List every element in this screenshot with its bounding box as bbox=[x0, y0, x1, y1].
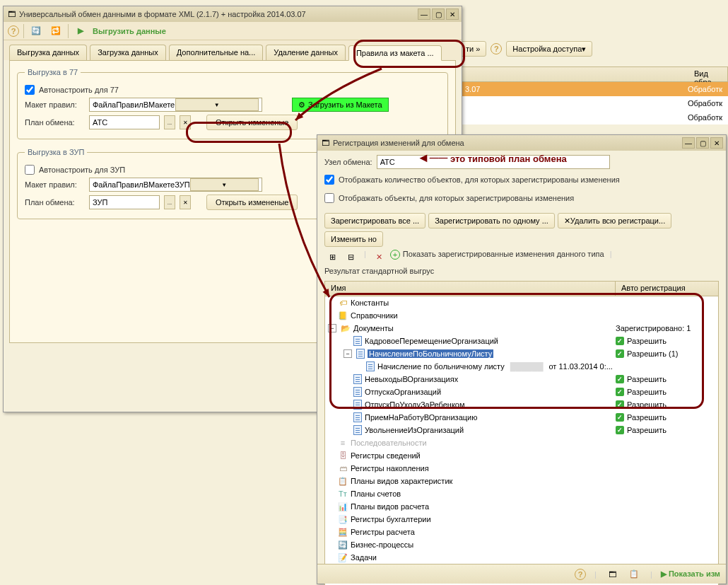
w1-tabs: Выгрузка данных Загрузка данных Дополнит… bbox=[4, 40, 462, 60]
planzup-label: План обмена: bbox=[25, 198, 85, 207]
bg-btn-access[interactable]: Настройка доступа ▾ bbox=[506, 41, 592, 57]
plan-icon: 📊 bbox=[338, 502, 348, 511]
icon-2[interactable]: 📋 bbox=[626, 567, 642, 581]
show-changes-link[interactable]: ▶ Показать изм bbox=[661, 569, 720, 579]
auto-zup-checkbox[interactable] bbox=[25, 165, 35, 175]
refresh-icon[interactable]: 🔄 bbox=[28, 24, 44, 38]
help-icon[interactable]: ? bbox=[8, 25, 19, 37]
doc-icon bbox=[356, 349, 365, 359]
open-changes-77-button[interactable]: Открыть измененые bbox=[206, 115, 298, 130]
planzup-input[interactable] bbox=[89, 195, 160, 209]
col-name[interactable]: Имя bbox=[325, 282, 616, 296]
change-button[interactable]: Изменить но bbox=[324, 231, 383, 247]
bg-btn-ti[interactable]: ти » bbox=[459, 41, 486, 57]
tab-rules[interactable]: Правила из макета ... bbox=[348, 45, 442, 61]
result-link[interactable]: Результат стандартной выгрус bbox=[324, 267, 434, 275]
refresh2-icon[interactable]: 🔁 bbox=[48, 24, 64, 38]
tree-d2: −НачислениеПоБольничномуЛисту✓Разрешить … bbox=[325, 347, 718, 360]
add-icon[interactable]: + bbox=[390, 250, 400, 260]
node-label: Узел обмена: bbox=[324, 158, 372, 166]
tree-docs: −📂ДокументыЗарегистрировано: 1 bbox=[325, 322, 718, 335]
expand-icon[interactable]: ⊞ bbox=[324, 250, 340, 264]
show-obj-checkbox[interactable] bbox=[324, 193, 334, 203]
w1-toolbar: ? 🔄 🔁 ▶ Выгрузить данные bbox=[4, 22, 462, 40]
tree-sprav: 📒Справочники bbox=[325, 309, 718, 322]
maximize-button[interactable]: ▢ bbox=[696, 137, 709, 149]
maximize-button[interactable]: ▢ bbox=[432, 8, 445, 20]
del-all-button[interactable]: ✕ Удалить всю регистраци... bbox=[558, 213, 671, 228]
check-icon: ✓ bbox=[616, 413, 624, 422]
collapse-icon[interactable]: ⊟ bbox=[343, 250, 358, 264]
tree-d5: ОтпускПоУходуЗаРебенком✓Разрешить bbox=[325, 398, 718, 411]
play-icon[interactable]: ▶ bbox=[73, 24, 88, 38]
reg-one-button[interactable]: Зарегистрировать по одному ... bbox=[428, 213, 555, 228]
load-maket-button[interactable]: ⚙ Загрузить из Макета bbox=[292, 98, 389, 112]
fieldset-77: Выгрузка в 77 Автонастроить для 77 Макет… bbox=[17, 68, 448, 139]
bg-list: 3.07Обработк Обработк Обработк bbox=[459, 82, 728, 124]
show-reg-link[interactable]: Показать зарегистрированные изменения да… bbox=[403, 250, 604, 264]
help-icon[interactable]: ? bbox=[575, 569, 586, 580]
tab-export[interactable]: Выгрузка данных bbox=[9, 45, 87, 60]
tree-biz: 🔄Бизнес-процессы bbox=[325, 538, 718, 551]
open-changes-zup-button[interactable]: Открыть измененые bbox=[206, 195, 298, 210]
more-icon[interactable]: ... bbox=[164, 115, 175, 129]
check-icon: ✓ bbox=[616, 388, 624, 396]
tab-delete[interactable]: Удаление данных bbox=[266, 45, 346, 60]
doc-icon bbox=[366, 361, 375, 371]
tree-d4: ОтпускаОрганизаций✓Разрешить bbox=[325, 386, 718, 398]
help-icon[interactable]: ? bbox=[491, 43, 502, 54]
collapse-icon[interactable]: − bbox=[344, 349, 352, 358]
w1-titlebar[interactable]: 🗔 Универсальный обмен данными в формате … bbox=[4, 6, 462, 22]
dropdown-icon[interactable]: ▼ bbox=[190, 178, 259, 191]
reg-all-button[interactable]: Зарегистрировать все ... bbox=[324, 213, 425, 228]
close-button[interactable]: ✕ bbox=[710, 137, 723, 149]
tree-pvh: 📋Планы видов характеристик bbox=[325, 475, 718, 487]
tab-additional[interactable]: Дополнительные на... bbox=[169, 45, 264, 60]
minimize-button[interactable]: — bbox=[682, 137, 695, 149]
maketzup-combo[interactable]: ФайлаПравилВМакетеЗУП ▼ bbox=[89, 178, 262, 192]
tree[interactable]: 🏷Константы 📒Справочники −📂ДокументыЗарег… bbox=[324, 296, 719, 585]
register-icon: 🧮 bbox=[338, 527, 348, 537]
doc-icon bbox=[353, 387, 362, 397]
tree-d3: НевыходыВОрганизациях✓Разрешить bbox=[325, 373, 718, 386]
tree-pvr: 📊Планы видов расчета bbox=[325, 500, 718, 513]
maket77-combo[interactable]: ФайлаПравилВМакете ▼ bbox=[89, 98, 262, 112]
tab-import[interactable]: Загрузка данных bbox=[90, 45, 166, 60]
legend-77: Выгрузка в 77 bbox=[25, 68, 81, 76]
more-icon[interactable]: ... bbox=[164, 195, 175, 209]
plan-icon: 📋 bbox=[338, 476, 348, 486]
gear-icon: ⚙ bbox=[298, 100, 305, 110]
tree-d6: ПриемНаРаботуВОрганизацию✓Разрешить bbox=[325, 411, 718, 424]
node-input[interactable] bbox=[377, 155, 610, 169]
plan77-input[interactable] bbox=[89, 115, 160, 129]
auto-77-label: Автонастроить для 77 bbox=[39, 86, 119, 94]
close-button[interactable]: ✕ bbox=[446, 8, 459, 20]
tree-rsved: 🗄Регистры сведений bbox=[325, 449, 718, 462]
maket77-label: Макет правил: bbox=[25, 100, 85, 109]
legend-zup: Выгрузка в ЗУП bbox=[25, 148, 87, 156]
dropdown-icon[interactable]: ▼ bbox=[175, 98, 259, 111]
doc-icon bbox=[353, 425, 362, 435]
tree-rbuh: 📑Регистры бухгалтерии bbox=[325, 513, 718, 526]
w2-titlebar[interactable]: 🗔 Регистрация изменений для обмена — ▢ ✕ bbox=[317, 135, 726, 151]
register-icon: 🗄 bbox=[338, 451, 348, 461]
bg-row-1[interactable]: 3.07Обработк bbox=[459, 82, 728, 96]
tree-rnak: 🗃Регистры накопления bbox=[325, 462, 718, 475]
folder-icon: 📒 bbox=[338, 311, 348, 320]
tree-psch: ТтПланы счетов bbox=[325, 487, 718, 500]
bg-row-2[interactable]: Обработк bbox=[459, 96, 728, 110]
bg-row-3[interactable]: Обработк bbox=[459, 110, 728, 124]
minimize-button[interactable]: — bbox=[418, 8, 430, 20]
show-count-checkbox[interactable] bbox=[324, 175, 334, 185]
show-count-label: Отображать количество объектов, для кото… bbox=[339, 175, 620, 184]
icon-1[interactable]: 🗔 bbox=[605, 567, 621, 581]
collapse-icon[interactable]: − bbox=[328, 324, 336, 332]
show-obj-label: Отображать объекты, для которых зарегист… bbox=[339, 194, 574, 202]
export-button[interactable]: Выгрузить данные bbox=[93, 27, 166, 35]
maketzup-label: Макет правил: bbox=[25, 180, 85, 189]
clear-icon[interactable]: ✕ bbox=[180, 195, 191, 209]
auto-77-checkbox[interactable] bbox=[25, 85, 35, 95]
delete-icon[interactable]: ✕ bbox=[372, 250, 387, 264]
col-auto[interactable]: Авто регистрация bbox=[616, 282, 718, 296]
clear-icon[interactable]: ✕ bbox=[180, 115, 191, 129]
